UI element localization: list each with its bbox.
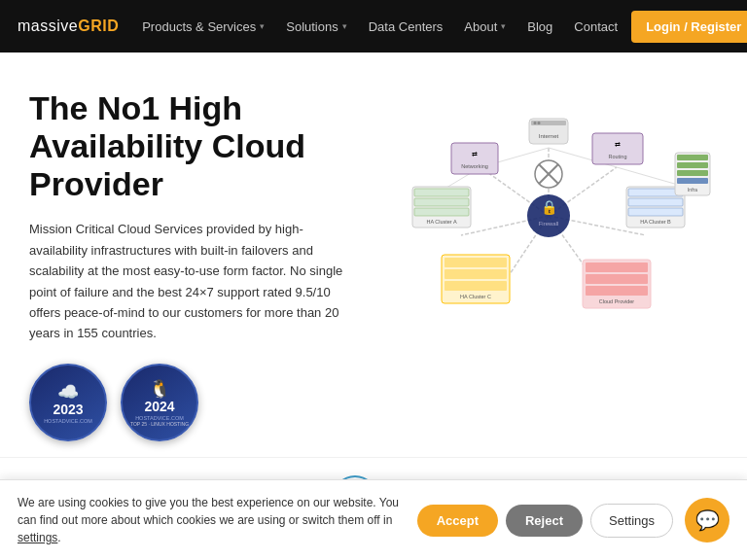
svg-rect-31 bbox=[445, 269, 507, 279]
svg-point-14 bbox=[537, 122, 540, 124]
cookie-settings-link[interactable]: settings bbox=[18, 531, 57, 538]
badge-year-2023: 2023 bbox=[53, 402, 83, 416]
chevron-down-icon: ▾ bbox=[501, 21, 506, 31]
svg-rect-19 bbox=[414, 208, 469, 216]
chevron-down-icon: ▾ bbox=[342, 21, 347, 31]
svg-rect-32 bbox=[445, 281, 507, 291]
svg-rect-42 bbox=[592, 133, 643, 164]
svg-text:Networking: Networking bbox=[461, 163, 488, 169]
svg-text:🔒: 🔒 bbox=[540, 199, 557, 216]
badge-sub-text: TOP 25 · LINUX HOSTING bbox=[130, 421, 189, 427]
cookie-banner: We are using cookies to give you the bes… bbox=[0, 479, 747, 538]
brand-logo[interactable]: massiveGRID bbox=[18, 18, 119, 35]
svg-text:⇄: ⇄ bbox=[615, 141, 621, 148]
svg-text:Infra: Infra bbox=[687, 187, 696, 192]
hero-content-left: The No1 High Availability Cloud Provider… bbox=[29, 89, 369, 441]
badge-year-2024: 2024 bbox=[144, 400, 174, 413]
brand-name: massiveGRID bbox=[18, 18, 119, 35]
nav-item-blog[interactable]: Blog bbox=[517, 0, 562, 52]
nav-label-solutions: Solutions bbox=[286, 19, 338, 34]
svg-rect-30 bbox=[445, 258, 507, 267]
svg-rect-18 bbox=[414, 198, 469, 206]
cookie-text: We are using cookies to give you the bes… bbox=[18, 494, 406, 538]
svg-text:HA Cluster A: HA Cluster A bbox=[426, 219, 457, 225]
hero-badges: ☁️ 2023 HOSTADVICE.COM 🐧 2024 HOSTADVICE… bbox=[29, 364, 369, 441]
hero-description: Mission Critical Cloud Services provided… bbox=[29, 219, 360, 344]
accept-cookies-button[interactable]: Accept bbox=[417, 505, 498, 537]
svg-text:HA Cluster B: HA Cluster B bbox=[640, 219, 671, 225]
badge-cloud-icon: ☁️ bbox=[57, 381, 79, 402]
chat-icon: 💬 bbox=[695, 508, 720, 532]
svg-rect-37 bbox=[586, 286, 648, 296]
chevron-down-icon: ▾ bbox=[260, 21, 265, 31]
svg-rect-23 bbox=[628, 198, 683, 206]
svg-text:Routing: Routing bbox=[608, 154, 626, 159]
nav-label-about: About bbox=[464, 19, 497, 34]
svg-point-13 bbox=[533, 122, 536, 124]
svg-rect-17 bbox=[414, 189, 469, 196]
award-badge-2023: ☁️ 2023 HOSTADVICE.COM bbox=[29, 364, 107, 441]
badge-site-label: HOSTADVICE.COM bbox=[44, 418, 92, 425]
nav-item-contact[interactable]: Contact bbox=[564, 0, 627, 52]
infrastructure-diagram-svg: Internet HA Cluster A HA Cluster B bbox=[383, 89, 714, 342]
svg-text:⇄: ⇄ bbox=[472, 151, 478, 158]
hero-section: The No1 High Availability Cloud Provider… bbox=[0, 52, 747, 457]
svg-text:Cloud Provider: Cloud Provider bbox=[598, 298, 634, 304]
nav-label-contact: Contact bbox=[574, 19, 618, 34]
reject-cookies-button[interactable]: Reject bbox=[506, 505, 583, 537]
cookie-buttons: Accept Reject Settings bbox=[417, 504, 673, 538]
nav-label-data-centers: Data Centers bbox=[369, 19, 444, 34]
nav-label-blog: Blog bbox=[527, 19, 552, 34]
settings-cookies-button[interactable]: Settings bbox=[590, 504, 673, 538]
badge-linux-icon: 🐧 bbox=[149, 378, 170, 400]
svg-text:HA Cluster C: HA Cluster C bbox=[460, 294, 491, 299]
nav-item-products-services[interactable]: Products & Services ▾ bbox=[132, 0, 274, 52]
hero-title: The No1 High Availability Cloud Provider bbox=[29, 89, 369, 203]
svg-rect-48 bbox=[677, 170, 708, 176]
chat-bubble-button[interactable]: 💬 bbox=[685, 498, 729, 538]
navbar: massiveGRID Products & Services ▾ Soluti… bbox=[0, 0, 747, 52]
svg-rect-39 bbox=[451, 143, 498, 174]
badge-site-label-2: HOSTADVICE.COM bbox=[135, 415, 184, 422]
nav-label-products: Products & Services bbox=[142, 19, 256, 34]
nav-item-solutions[interactable]: Solutions ▾ bbox=[276, 0, 356, 52]
hero-diagram: Internet HA Cluster A HA Cluster B bbox=[369, 89, 718, 342]
nav-item-data-centers[interactable]: Data Centers bbox=[359, 0, 453, 52]
award-badge-2024: 🐧 2024 HOSTADVICE.COM TOP 25 · LINUX HOS… bbox=[121, 364, 198, 441]
svg-rect-24 bbox=[628, 208, 683, 216]
svg-rect-36 bbox=[586, 274, 648, 284]
svg-rect-49 bbox=[677, 178, 708, 184]
svg-rect-47 bbox=[677, 162, 708, 168]
svg-text:Firewall: Firewall bbox=[538, 221, 558, 227]
login-button[interactable]: Login / Register bbox=[631, 11, 747, 43]
svg-text:Internet: Internet bbox=[538, 133, 558, 139]
nav-item-about[interactable]: About ▾ bbox=[454, 0, 516, 52]
svg-rect-35 bbox=[586, 262, 648, 272]
svg-rect-46 bbox=[677, 155, 708, 160]
